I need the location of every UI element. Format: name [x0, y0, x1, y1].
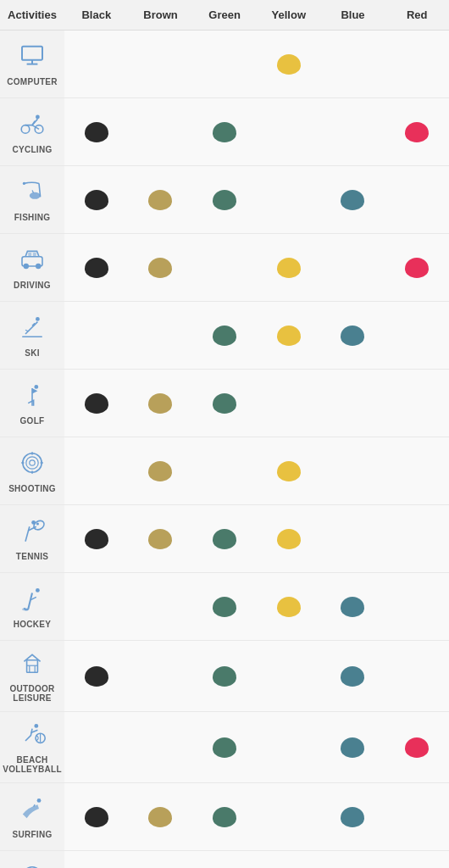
- dot-surfing-green: [213, 807, 236, 827]
- dot-cell-shooting-green: [192, 437, 257, 505]
- activity-label-tennis: TENNIS: [16, 552, 48, 561]
- dot-cell-shooting-blue: [321, 437, 385, 505]
- svg-point-34: [37, 798, 42, 803]
- dot-fishing-brown: [148, 190, 172, 210]
- activity-label-golf: GOLF: [20, 416, 45, 426]
- dot-computer-yellow: [277, 54, 301, 75]
- dot-cell-surfing-green: [192, 783, 257, 851]
- dot-cell-shooting-brown: [129, 437, 193, 505]
- dot-cell-ski-blue: [321, 302, 385, 370]
- svg-point-32: [34, 724, 38, 728]
- dot-cell-fishing-green: [192, 166, 257, 234]
- dot-cell-golf-green: [192, 370, 257, 437]
- dot-cell-tennis-brown: [129, 505, 193, 573]
- svg-point-10: [36, 263, 41, 268]
- header-blue: Blue: [321, 0, 385, 31]
- dot-surfing-brown: [148, 807, 172, 827]
- activity-label-computer: COMPUTER: [7, 77, 58, 86]
- dot-cell-driving-yellow: [257, 234, 321, 302]
- dot-cell-hockey-black: [64, 573, 129, 641]
- activity-cell-hockey: HOCKEY: [0, 573, 64, 641]
- dot-outdoor-black: [85, 666, 108, 687]
- dot-cell-hockey-green: [192, 573, 257, 641]
- activity-label-ski: SKI: [25, 348, 40, 358]
- dot-cell-computer-red: [385, 31, 449, 98]
- dot-outdoor-blue: [341, 666, 364, 687]
- activity-cell-baseball: BASEBALL: [0, 851, 64, 868]
- dot-cell-computer-yellow: [257, 31, 321, 98]
- computer-icon: [19, 42, 46, 74]
- baseball-icon: [19, 863, 46, 869]
- activity-cell-cycling: CYCLING: [0, 98, 64, 166]
- dot-golf-green: [213, 393, 236, 414]
- dot-tennis-yellow: [277, 529, 301, 549]
- dot-ski-blue: [341, 326, 364, 346]
- beachvolleyball-icon: [19, 721, 46, 752]
- dot-tennis-black: [85, 529, 108, 549]
- activity-label-driving: DRIVING: [14, 281, 51, 290]
- dot-cell-cycling-red: [385, 98, 449, 166]
- dot-fishing-blue: [341, 190, 364, 210]
- activity-cell-surfing: SURFING: [0, 783, 64, 851]
- dot-cell-tennis-black: [64, 505, 129, 573]
- activity-cell-fishing: FISHING: [0, 166, 64, 234]
- dot-hockey-blue: [341, 597, 364, 617]
- dot-cell-baseball-blue: [321, 851, 385, 868]
- surfing-icon: [19, 795, 46, 826]
- dot-surfing-black: [85, 807, 108, 827]
- svg-point-27: [22, 608, 29, 610]
- svg-point-26: [36, 588, 40, 593]
- dot-fishing-green: [213, 190, 236, 210]
- header-black: Black: [64, 0, 129, 31]
- activity-label-beachvolleyball: BEACH VOLLEYBALL: [3, 755, 62, 774]
- dot-cycling-green: [213, 122, 236, 142]
- svg-point-6: [30, 192, 41, 198]
- activity-label-cycling: CYCLING: [12, 145, 52, 154]
- dot-cell-cycling-blue: [321, 98, 385, 166]
- svg-point-18: [30, 459, 35, 465]
- activity-cell-golf: GOLF: [0, 370, 64, 437]
- dot-cell-shooting-yellow: [257, 437, 321, 505]
- dot-cell-baseball-black: [64, 851, 129, 868]
- dot-golf-black: [85, 393, 108, 414]
- dot-cell-shooting-black: [64, 437, 129, 505]
- dot-cell-hockey-yellow: [257, 573, 321, 641]
- golf-icon: [19, 381, 46, 413]
- dot-cell-fishing-black: [64, 166, 129, 234]
- driving-icon: [19, 246, 46, 277]
- activity-label-outdoor: OUTDOOR LEISURE: [3, 684, 61, 703]
- header-green: Green: [192, 0, 257, 31]
- activity-cell-beachvolleyball: BEACH VOLLEYBALL: [0, 712, 64, 783]
- dot-cell-hockey-blue: [321, 573, 385, 641]
- activity-cell-outdoor: OUTDOOR LEISURE: [0, 641, 64, 712]
- dot-cell-driving-brown: [129, 234, 193, 302]
- dot-cell-golf-black: [64, 370, 129, 437]
- dot-cell-outdoor-red: [385, 641, 449, 712]
- dot-cell-fishing-brown: [129, 166, 193, 234]
- activity-cell-shooting: SHOOTING: [0, 437, 64, 505]
- cycling-icon: [19, 110, 46, 142]
- activity-cell-driving: DRIVING: [0, 234, 64, 302]
- dot-cell-hockey-brown: [129, 573, 193, 641]
- dot-cell-surfing-black: [64, 783, 129, 851]
- dot-cell-shooting-red: [385, 437, 449, 505]
- dot-cell-ski-red: [385, 302, 449, 370]
- dot-cell-beachvolleyball-red: [385, 712, 449, 783]
- svg-rect-28: [27, 660, 38, 672]
- dot-cell-ski-green: [192, 302, 257, 370]
- dot-beachvolleyball-red: [405, 737, 429, 758]
- svg-point-14: [34, 385, 38, 389]
- dot-cycling-black: [85, 122, 108, 142]
- dot-cell-golf-blue: [321, 370, 385, 437]
- dot-cell-ski-yellow: [257, 302, 321, 370]
- dot-tennis-brown: [148, 529, 172, 549]
- dot-cell-computer-blue: [321, 31, 385, 98]
- dot-cell-driving-blue: [321, 234, 385, 302]
- dot-ski-yellow: [277, 326, 301, 346]
- activity-label-shooting: SHOOTING: [8, 484, 56, 493]
- activity-cell-tennis: TENNIS: [0, 505, 64, 573]
- dot-cell-driving-green: [192, 234, 257, 302]
- dot-cell-tennis-blue: [321, 505, 385, 573]
- dot-cell-baseball-brown: [129, 851, 193, 868]
- dot-hockey-yellow: [277, 597, 301, 617]
